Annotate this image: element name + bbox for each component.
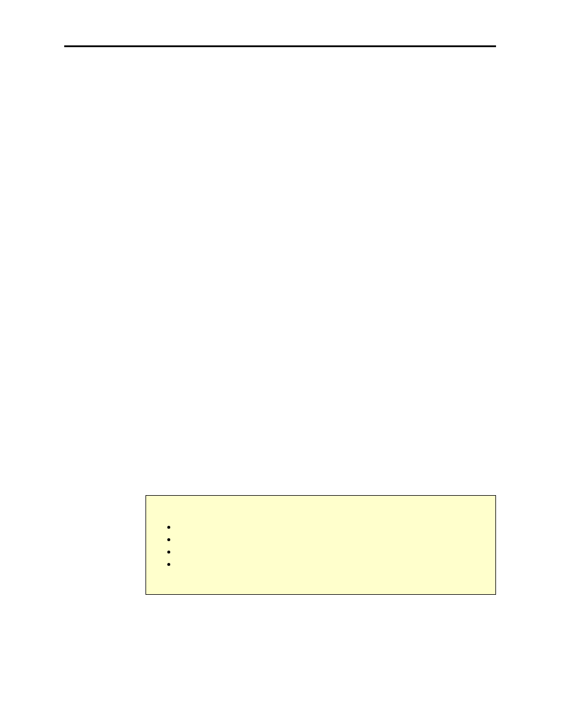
note-list-item: [177, 559, 485, 571]
note-list-item: [177, 534, 485, 546]
note-list-item: [177, 546, 485, 559]
note-box: [146, 495, 496, 595]
document-page: [0, 0, 562, 728]
header-rule: [64, 45, 496, 47]
note-list: [157, 522, 485, 571]
note-list-item: [177, 522, 485, 534]
